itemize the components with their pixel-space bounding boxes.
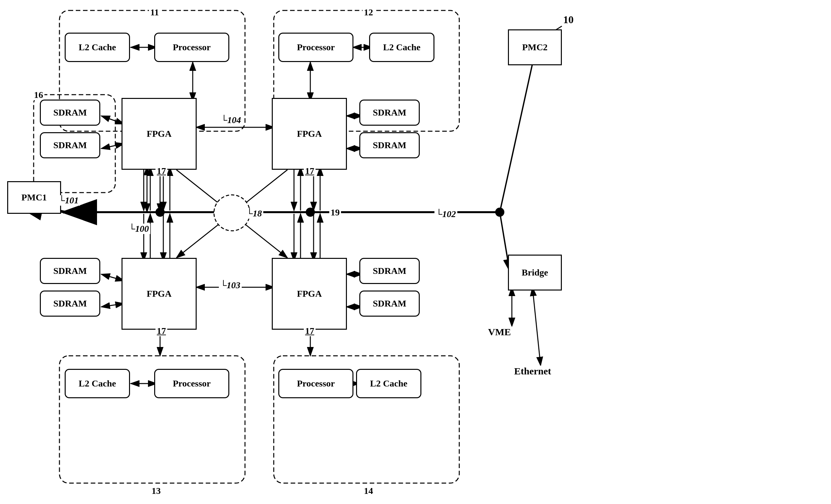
sdram-br2: SDRAM (359, 291, 420, 317)
vme-label: VME (487, 326, 512, 337)
group-label-16: 16 (33, 90, 45, 100)
diagram-svg (0, 0, 831, 504)
pmc2: PMC2 (508, 29, 562, 65)
lbl-102: └102 (434, 209, 457, 219)
sdram-br1: SDRAM (359, 258, 420, 284)
ref-10: 10 (562, 14, 575, 26)
sdram-tl2: SDRAM (40, 132, 100, 158)
lbl-17-br: 17 (304, 326, 316, 336)
sdram-tr2: SDRAM (359, 132, 420, 158)
pmc1: PMC1 (7, 181, 61, 214)
lbl-101: └101 (57, 195, 80, 206)
svg-line-16 (101, 144, 124, 149)
svg-line-59 (500, 49, 536, 212)
ethernet-label: Ethernet (513, 365, 552, 377)
sdram-tl1: SDRAM (40, 99, 100, 126)
svg-line-63 (533, 287, 541, 365)
svg-point-34 (495, 208, 504, 217)
svg-point-58 (214, 195, 250, 231)
lbl-100: └100 (127, 224, 150, 234)
fpga-tr: FPGA (272, 98, 347, 170)
diagram: 11 12 13 14 16 10 L2 Cache Processor Pro… (0, 0, 831, 504)
lbl-17-tl: 17 (155, 166, 167, 176)
svg-line-20 (101, 274, 124, 281)
l2cache-tl: L2 Cache (65, 33, 130, 62)
sdram-tr1: SDRAM (359, 99, 420, 126)
lbl-17-tr: 17 (304, 166, 316, 176)
lbl-17-bl: 17 (155, 326, 167, 336)
lbl-104: └104 (220, 115, 242, 125)
processor-tr: Processor (278, 33, 353, 62)
svg-line-15 (101, 116, 124, 124)
fpga-br: FPGA (272, 258, 347, 330)
l2cache-br: L2 Cache (356, 369, 421, 398)
svg-line-56 (176, 170, 287, 258)
sdram-bl1: SDRAM (40, 258, 100, 284)
lbl-103: └103 (219, 280, 242, 291)
group-label-12: 12 (363, 7, 374, 18)
svg-point-33 (306, 208, 315, 217)
processor-bl: Processor (154, 369, 229, 398)
group-label-14: 14 (363, 486, 374, 496)
fpga-tl: FPGA (121, 98, 197, 170)
group-label-11: 11 (149, 7, 160, 18)
bridge: Bridge (508, 255, 562, 291)
processor-br: Processor (278, 369, 353, 398)
svg-point-32 (155, 208, 165, 217)
lbl-18: └18 (245, 208, 263, 219)
svg-line-21 (101, 303, 124, 307)
processor-tl: Processor (154, 33, 229, 62)
svg-line-57 (176, 170, 287, 258)
l2cache-tr: L2 Cache (369, 33, 434, 62)
lbl-19: 19 (329, 207, 341, 218)
sdram-bl2: SDRAM (40, 291, 100, 317)
l2cache-bl: L2 Cache (65, 369, 130, 398)
group-label-13: 13 (150, 486, 162, 496)
fpga-bl: FPGA (121, 258, 197, 330)
